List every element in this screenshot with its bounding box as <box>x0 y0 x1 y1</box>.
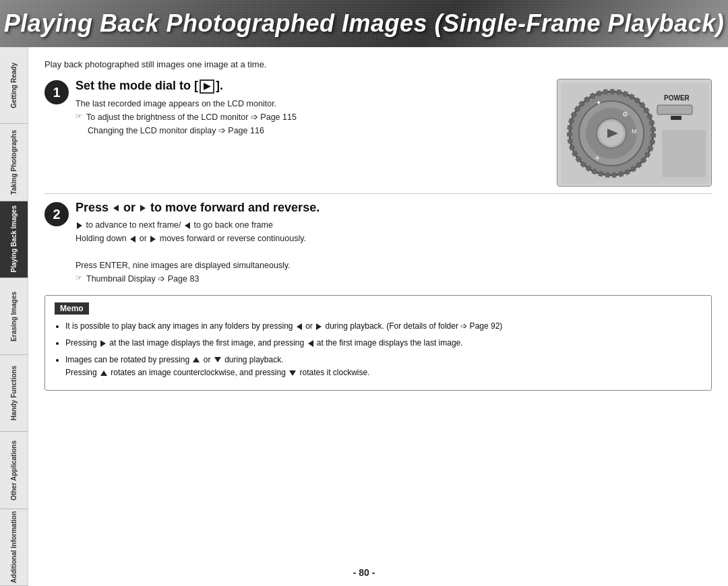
arrow-right-memo <box>316 323 322 330</box>
sidebar-item-other[interactable]: Other Applications <box>0 432 28 509</box>
arrow-up-memo2 <box>100 370 107 376</box>
sidebar-item-erasing[interactable]: Erasing Images <box>0 278 28 355</box>
step2-body: to advance to next frame/ to go back one… <box>75 218 712 286</box>
note-sym-1: ☞ <box>75 110 82 123</box>
arrow-right-icon3 <box>150 236 156 242</box>
page-number: - 80 - <box>353 567 375 578</box>
memo-header: Memo <box>55 302 89 315</box>
memo-list: It is possible to play back any images i… <box>55 320 702 380</box>
svg-text:✦: ✦ <box>596 99 601 106</box>
memo-item-2: Pressing at the last image displays the … <box>65 337 702 350</box>
arrow-down-memo2 <box>289 370 296 376</box>
step1-body-line1: The last recorded image appears on the L… <box>75 97 543 110</box>
arrow-down-memo <box>214 357 221 362</box>
divider1 <box>44 193 712 194</box>
step2: 2 Press or to move forward and reverse. … <box>44 201 712 286</box>
step1-note1-text: To adjust the brightness of the LCD moni… <box>86 110 297 124</box>
play-mode-icon: ▶ <box>200 79 214 94</box>
note-sym-2: ☞ <box>75 272 82 284</box>
step1-note1: ☞ To adjust the brightness of the LCD mo… <box>75 110 543 124</box>
step1-title: Set the mode dial to [▶]. <box>75 79 543 94</box>
page-header: Playing Back Photographed Images (Single… <box>0 0 728 47</box>
step1-note1-sub: Changing the LCD monitor display ➩ Page … <box>75 124 543 137</box>
svg-rect-12 <box>671 116 681 120</box>
arrow-right-icon2 <box>77 222 82 229</box>
step1-row: 1 Set the mode dial to [▶]. The last rec… <box>44 79 712 187</box>
step2-line1: to advance to next frame/ to go back one… <box>75 218 712 232</box>
sidebar-label-additional: Additional Information <box>10 511 18 583</box>
arrow-up-memo <box>193 357 200 362</box>
sidebar-item-playing-back[interactable]: Playing Back Images <box>0 201 28 278</box>
main-content: Play back photographed still images one … <box>28 47 728 586</box>
sidebar-label-erasing: Erasing Images <box>10 292 18 341</box>
arrow-left-icon2 <box>185 222 190 229</box>
memo-item-3: Images can be rotated by pressing or dur… <box>65 354 702 381</box>
step2-content: Press or to move forward and reverse. to… <box>75 201 712 286</box>
arrow-left-memo <box>297 323 302 330</box>
svg-text:☀: ☀ <box>595 155 600 162</box>
sidebar-label-handy: Handy Functions <box>10 366 18 420</box>
sidebar-item-additional[interactable]: Additional Information <box>0 509 28 586</box>
step2-line2: Holding down or moves forward or reverse… <box>75 232 712 245</box>
page-title: Playing Back Photographed Images (Single… <box>4 9 724 38</box>
memo-item-1: It is possible to play back any images i… <box>65 320 702 333</box>
svg-text:POWER: POWER <box>664 94 690 102</box>
step1-number: 1 <box>44 80 69 104</box>
arrow-left-icon <box>113 205 119 211</box>
sidebar-item-taking-photographs[interactable]: Taking Photographs <box>0 124 28 201</box>
sidebar-label-other: Other Applications <box>10 441 18 500</box>
sidebar: Getting Ready Taking Photographs Playing… <box>0 47 28 586</box>
step1: 1 Set the mode dial to [▶]. The last rec… <box>44 79 543 137</box>
step2-number: 2 <box>44 202 69 226</box>
step1-body: The last recorded image appears on the L… <box>75 97 543 137</box>
sidebar-label-playing-back: Playing Back Images <box>10 205 18 273</box>
sidebar-label-taking-photographs: Taking Photographs <box>10 130 18 195</box>
arrow-left-memo2 <box>308 340 313 347</box>
arrow-right-icon <box>140 205 146 211</box>
arrow-left-icon3 <box>130 236 135 242</box>
svg-rect-17 <box>662 130 706 177</box>
step2-line3: Press ENTER, nine images are displayed s… <box>75 259 712 272</box>
step2-title: Press or to move forward and reverse. <box>75 201 712 215</box>
arrow-right-memo2 <box>100 340 106 347</box>
svg-text:M: M <box>632 128 637 135</box>
sidebar-item-getting-ready[interactable]: Getting Ready <box>0 47 28 124</box>
step2-note1-text: Thumbnail Display ➩ Page 83 <box>86 272 199 286</box>
step1-content: Set the mode dial to [▶]. The last recor… <box>75 79 543 137</box>
intro-text: Play back photographed still images one … <box>44 59 712 69</box>
sidebar-label-getting-ready: Getting Ready <box>10 63 18 108</box>
step2-note1: ☞ Thumbnail Display ➩ Page 83 <box>75 272 712 286</box>
sidebar-item-handy[interactable]: Handy Functions <box>0 355 28 432</box>
svg-text:⚙: ⚙ <box>622 110 628 118</box>
memo-box: Memo It is possible to play back any ima… <box>44 295 712 391</box>
svg-rect-11 <box>657 105 692 115</box>
camera-diagram: POWER ✦ ⚙ M ☀ <box>557 79 712 187</box>
